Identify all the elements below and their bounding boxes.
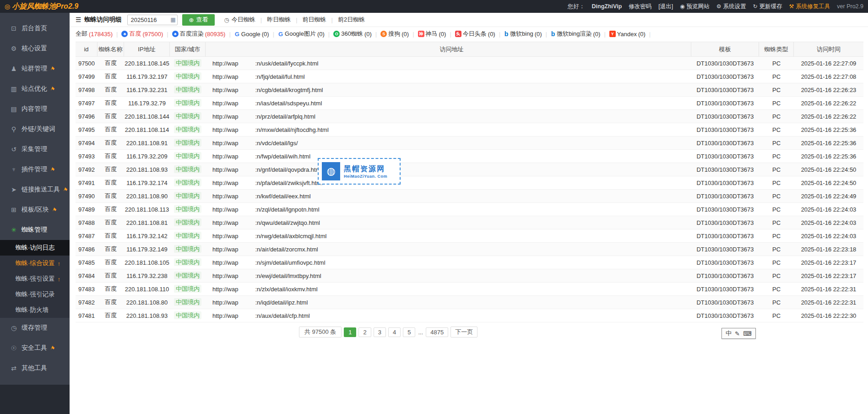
filter-360[interactable]: O360蜘蛛(0) (333, 30, 372, 38)
url-path: :n/zql/detail/lgnpotn.html (255, 206, 319, 213)
system-settings-link[interactable]: ⚙ 系统设置 (716, 3, 746, 11)
filter-google[interactable]: GGoogle图片(0) (278, 30, 325, 38)
cell-visit-time: 2025-01-16 22:24:03 (794, 233, 863, 240)
filter-count: (0) (638, 31, 646, 38)
quick-link[interactable]: 昨日蜘蛛 (267, 16, 291, 24)
preview-eye-icon: ◉ (680, 3, 684, 10)
page-button-4[interactable]: 4 (388, 327, 401, 337)
page-button-5[interactable]: 5 (403, 327, 415, 337)
quick-link[interactable]: 前2日蜘蛛 (338, 16, 365, 24)
ime-lang-toggle[interactable]: 中 (726, 329, 732, 338)
separator: | (450, 31, 451, 38)
view-button[interactable]: ⊕ 查看 (182, 14, 215, 26)
watermark-text: 黑帽资源网 HeiMaoZiYuan. Com (344, 164, 387, 179)
filter-shenma[interactable]: 神神马(0) (418, 30, 446, 38)
preview-site-link[interactable]: ◉ 预览网站 (680, 3, 709, 11)
logout-link[interactable]: [退出] (658, 3, 673, 11)
filter-google[interactable]: GGoogle(0) (234, 31, 269, 38)
sidebar-subitem[interactable]: 蜘蛛·强引设置↑ (0, 271, 70, 287)
filter-bing[interactable]: b微软bing(0) (504, 30, 542, 38)
cell-ip: 116.179.32.231 (124, 87, 170, 93)
filter-toutiao[interactable]: 头今日头条(0) (455, 30, 495, 38)
quick-link[interactable]: 前日蜘蛛 (303, 16, 326, 24)
page-button-1[interactable]: 1 (344, 327, 356, 337)
cell-visit-url: http://wap:n/aux/detail/cfp.html (206, 312, 691, 319)
cell-id: 97488 (76, 219, 98, 226)
filter-label: 今日头条 (463, 30, 487, 38)
version-label: ver Pro2.9 (837, 3, 863, 10)
page-button-last[interactable]: 4875 (426, 327, 448, 337)
page-ellipsis: ... (418, 328, 423, 337)
sidebar-subitem[interactable]: 蜘蛛·访问日志 (0, 240, 70, 256)
sidebar-item[interactable]: ↺采集管理 (0, 139, 70, 159)
filter-baidu[interactable]: ♣百度渲染(80935) (172, 30, 226, 38)
cell-ip: 116.179.32.149 (124, 246, 170, 253)
cell-spider-type: PC (759, 140, 794, 147)
sidebar-item-label: 核心设置 (22, 44, 47, 53)
cell-spider-type: PC (759, 100, 794, 107)
sidebar-subitem-label: 蜘蛛·强引设置 (16, 275, 55, 283)
username[interactable]: DingZhiVip (592, 3, 622, 10)
filter-bing[interactable]: b微软bing渲染(0) (551, 30, 600, 38)
sidebar-subitem[interactable]: 蜘蛛·强引记录 (0, 287, 70, 302)
sidebar-subitem[interactable]: 蜘蛛·综合设置↑ (0, 256, 70, 271)
cell-id: 97489 (76, 206, 98, 213)
sidebar-item[interactable]: ▥站点优化⚑ (0, 79, 70, 99)
sidebar-item[interactable]: ▤内容管理 (0, 99, 70, 119)
sidebar-item[interactable]: ➤链接推送工具⚑ (0, 180, 70, 200)
cell-region: 中国境内 (170, 165, 206, 174)
page-button-2[interactable]: 2 (358, 327, 371, 337)
change-password-link[interactable]: 修改密码 (629, 3, 651, 11)
system-repair-link[interactable]: ⚒ 系统修复工具 (789, 3, 830, 11)
cell-visit-url: http://wap:n/gnf/detail/qovpdra.html (206, 166, 691, 173)
filter-yandex[interactable]: YYandex(0) (609, 31, 646, 38)
ime-toolbar[interactable]: 中✎⌨ (722, 328, 756, 339)
separator: | (296, 16, 297, 23)
watermark-logo-icon: ◍ (322, 162, 340, 180)
cell-visit-url: http://wap:n/sjm/detail/umfiovpc.html (206, 259, 691, 266)
sidebar-item[interactable]: ◷缓存管理 (0, 318, 70, 338)
url-prefix: http://wap (212, 219, 238, 226)
url-path: :n/prz/detail/arfplq.html (255, 113, 315, 120)
region-badge: 中国境内 (174, 192, 201, 200)
cell-template: DT1030/1030DT3673 (691, 180, 759, 186)
url-path: :n/fjq/detail/ful.html (255, 73, 304, 80)
sidebar-item[interactable]: ⊡后台首页 (0, 18, 70, 38)
sidebar-item-label: 采集管理 (22, 145, 47, 153)
sidebar-item[interactable]: ♆插件管理⚑ (0, 159, 70, 180)
sidebar-item[interactable]: ⚙核心设置 (0, 38, 70, 59)
sidebar-item[interactable]: ⚲外链/关键词 (0, 119, 70, 139)
sidebar-item[interactable]: ⇄其他工具 (0, 358, 70, 378)
cell-visit-url: http://wap:n/prz/detail/arfplq.html (206, 113, 691, 120)
cell-spider-type: PC (759, 246, 794, 253)
filter-all[interactable]: 全部(178435) (76, 30, 113, 38)
url-prefix: http://wap (212, 246, 238, 253)
filter-sogou[interactable]: S搜狗(0) (380, 30, 409, 38)
next-page-button[interactable]: 下一页 (450, 327, 477, 338)
filter-baidu[interactable]: ♣百度(97500) (121, 30, 163, 38)
separator: | (375, 31, 377, 38)
refresh-cache-link[interactable]: ↻ 更新缓存 (753, 3, 782, 11)
sidebar-item[interactable]: ✳蜘蛛管理 (0, 220, 70, 240)
baidu-icon: ♣ (121, 31, 128, 37)
ime-tool-icon[interactable]: ⌨ (743, 330, 752, 337)
sidebar-subitem[interactable]: 蜘蛛·防火墙 (0, 302, 70, 318)
quick-link[interactable]: ◷今日蜘蛛 (224, 16, 255, 24)
ime-tool-icon[interactable]: ✎ (735, 330, 740, 337)
url-path: :n/fwp/detail/wih.html (255, 153, 310, 160)
cell-visit-url: http://wap:n/cgb/detail/krogtmfj.html (206, 87, 691, 93)
pin-icon: ⚑ (49, 65, 56, 72)
url-prefix: http://wap (212, 272, 238, 279)
sidebar-item[interactable]: ☉安全工具⚑ (0, 338, 70, 358)
calendar-icon[interactable]: ▦ (170, 16, 175, 23)
cell-spider-type: PC (759, 299, 794, 306)
sidebar-item-label: 模板/区块 (22, 206, 49, 214)
sidebar-item[interactable]: ♟站群管理⚑ (0, 59, 70, 79)
date-input[interactable] (127, 15, 178, 25)
sidebar-item-label: 站点优化 (22, 85, 47, 93)
page-button-3[interactable]: 3 (374, 327, 386, 337)
separator: | (412, 31, 414, 38)
separator: | (273, 31, 274, 38)
sidebar-item[interactable]: ⊞模板/区块⚑ (0, 200, 70, 220)
baidu-icon: ♣ (172, 31, 179, 37)
